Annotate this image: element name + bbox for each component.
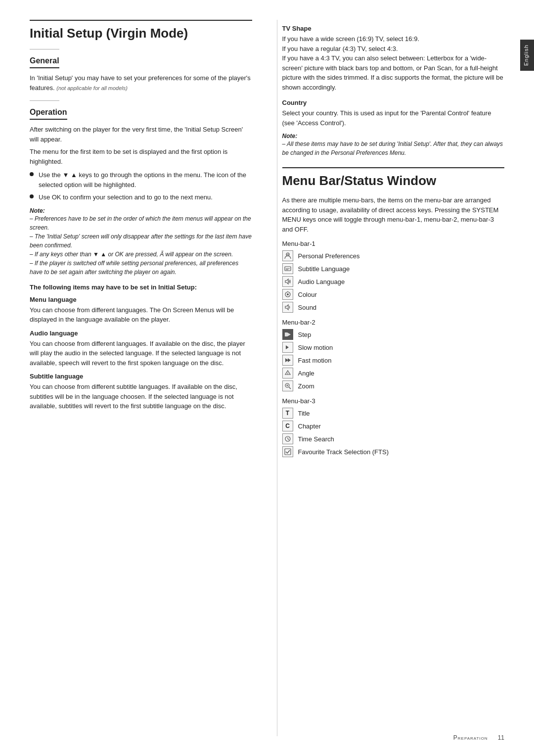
menu-language-title: Menu language (30, 296, 252, 303)
svg-marker-14 (288, 358, 291, 362)
menu-bar-title: Menu Bar/Status Window (282, 167, 505, 189)
page-title: Initial Setup (Virgin Mode) (30, 20, 252, 41)
operation-para2: The menu for the first item to be set is… (30, 147, 252, 166)
subtitle-language-title: Subtitle language (30, 373, 252, 380)
audio-language-title: Audio language (30, 330, 252, 337)
colour-label: Colour (298, 291, 317, 298)
step-icon (282, 329, 293, 340)
svg-marker-12 (286, 345, 289, 349)
personal-prefs-icon (282, 250, 293, 261)
audio-lang-label: Audio Language (298, 278, 345, 285)
svg-point-7 (287, 293, 289, 295)
zoom-icon (282, 380, 293, 391)
note-line-1: – Preferences have to be set in the orde… (30, 214, 252, 232)
footer-prep-label: Preparation (453, 734, 488, 741)
tv-shape-body: If you have a wide screen (16:9) TV, sel… (282, 34, 505, 92)
left-column: Initial Setup (Virgin Mode) General In '… (30, 20, 257, 736)
time-search-icon (282, 433, 293, 444)
menu-bar-2-list: Step Slow motion Fast motion (282, 329, 505, 391)
title-label: Title (298, 410, 310, 417)
side-language-tab: English (520, 40, 534, 71)
time-search-label: Time Search (298, 435, 334, 443)
subtitle-lang-icon (282, 263, 293, 274)
audio-lang-icon (282, 276, 293, 287)
fast-motion-label: Fast motion (298, 357, 332, 364)
angle-label: Angle (298, 370, 314, 377)
right-note-label: Note: (282, 133, 505, 140)
menu-bar-1-item-3: Colour (282, 289, 505, 300)
footer: Preparation 11 (453, 734, 504, 741)
menu-bar-1-label: Menu-bar-1 (282, 240, 505, 247)
operation-bullets: Use the ▼ ▲ keys to go through the optio… (30, 170, 252, 202)
right-note: Note: – All these items may have to be s… (282, 133, 505, 157)
angle-icon (282, 368, 293, 378)
slow-motion-label: Slow motion (298, 344, 333, 351)
sound-label: Sound (298, 304, 317, 311)
fts-icon (282, 446, 293, 457)
menu-bar-2-label: Menu-bar-2 (282, 319, 505, 326)
note-line-3: – If any keys other than ▼ ▲ or OK are p… (30, 250, 252, 259)
slow-motion-icon (282, 342, 293, 353)
svg-line-18 (289, 387, 291, 389)
menu-bar-3-item-0: T Title (282, 408, 505, 419)
general-title: General (30, 56, 59, 68)
menu-bar-3-list: T Title C Chapter Time Search (282, 408, 505, 457)
colour-icon (282, 289, 293, 300)
right-column: TV Shape If you have a wide screen (16:9… (277, 20, 505, 736)
svg-marker-11 (287, 332, 291, 336)
menu-bar-3-item-3: Favourite Track Selection (FTS) (282, 446, 505, 457)
step-label: Step (298, 331, 312, 338)
menu-bar-2-item-3: Angle (282, 368, 505, 378)
operation-notes: Note: – Preferences have to be set in th… (30, 207, 252, 277)
bullet-item-1: Use the ▼ ▲ keys to go through the optio… (30, 170, 252, 189)
bullet-item-2: Use OK to confirm your selection and to … (30, 192, 252, 202)
bullet-dot-1 (30, 172, 34, 176)
menu-bar-1-item-1: Subtitle Language (282, 263, 505, 274)
menu-bar-2-item-1: Slow motion (282, 342, 505, 353)
chapter-icon: C (282, 421, 293, 431)
operation-title: Operation (30, 108, 67, 120)
audio-language-body: You can choose from different languages.… (30, 339, 252, 368)
svg-line-23 (288, 439, 289, 440)
country-title: Country (282, 99, 505, 106)
personal-prefs-label: Personal Preferences (298, 252, 360, 260)
title-icon: T (282, 408, 293, 419)
country-body: Select your country. This is used as inp… (282, 108, 505, 128)
note-line-2: – The 'Initial Setup' screen will only d… (30, 232, 252, 250)
chapter-label: Chapter (298, 423, 321, 430)
svg-marker-9 (285, 305, 288, 310)
menu-bar-1-list: Personal Preferences Subtitle Language A… (282, 250, 505, 313)
subtitle-lang-label: Subtitle Language (298, 265, 350, 273)
footer-page-number: 11 (498, 734, 504, 741)
note-label: Note: (30, 207, 252, 214)
svg-marker-5 (285, 279, 288, 284)
general-body: In 'Initial Setup' you may have to set y… (30, 73, 252, 93)
menu-bar-1-item-2: Audio Language (282, 276, 505, 287)
menu-bar-3-item-1: C Chapter (282, 421, 505, 431)
menu-bar-intro: As there are multiple menu-bars, the ite… (282, 195, 505, 234)
operation-para1: After switching on the player for the ve… (30, 125, 252, 144)
fts-label: Favourite Track Selection (FTS) (298, 448, 389, 456)
right-note-line-1: – All these items may have to be set dur… (282, 140, 505, 157)
menu-bar-1-item-4: Sound (282, 302, 505, 313)
menu-bar-3-label: Menu-bar-3 (282, 397, 505, 405)
fast-motion-icon (282, 355, 293, 366)
svg-rect-10 (285, 332, 287, 336)
general-note: (not applicable for all models) (56, 85, 128, 91)
sound-icon (282, 302, 293, 313)
menu-bar-3-item-2: Time Search (282, 433, 505, 444)
menu-bar-1-item-0: Personal Preferences (282, 250, 505, 261)
subtitle-language-body: You can choose from different subtitle l… (30, 382, 252, 411)
menu-bar-2-item-4: Zoom (282, 380, 505, 391)
menu-language-body: You can choose from different languages.… (30, 305, 252, 325)
note-line-4: – If the player is switched off while se… (30, 259, 252, 277)
items-setup-heading: The following items may have to be set i… (30, 284, 252, 291)
menu-bar-2-item-2: Fast motion (282, 355, 505, 366)
svg-rect-24 (285, 449, 291, 455)
zoom-label: Zoom (298, 382, 314, 390)
menu-bar-2-item-0: Step (282, 329, 505, 340)
bullet-dot-2 (30, 194, 34, 198)
tv-shape-title: TV Shape (282, 25, 505, 32)
